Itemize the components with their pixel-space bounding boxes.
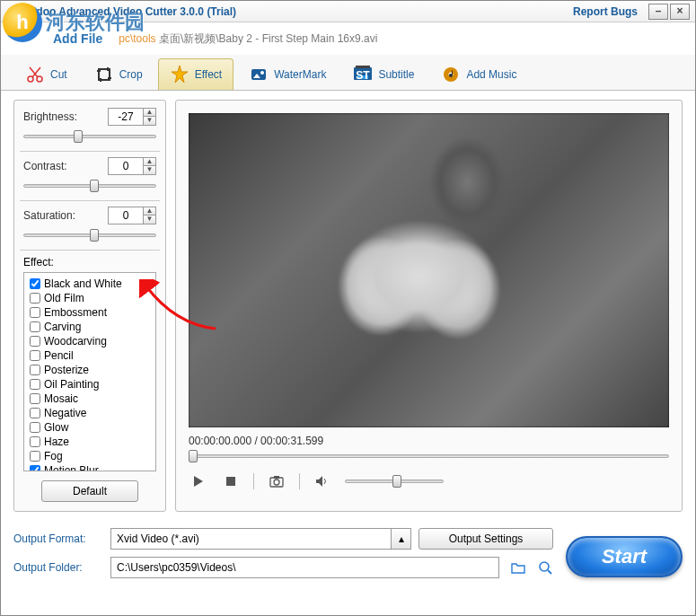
effect-item[interactable]: Embossment <box>30 305 150 320</box>
effect-item[interactable]: Old Film <box>30 291 150 305</box>
svg-rect-16 <box>274 476 279 479</box>
effect-checkbox[interactable] <box>30 379 40 390</box>
effect-item[interactable]: Haze <box>30 435 150 449</box>
effect-item[interactable]: Negative <box>30 406 150 420</box>
effect-item[interactable]: Woodcarving <box>30 334 150 348</box>
effect-item-label: Pencil <box>44 349 74 362</box>
effect-item[interactable]: Black and White <box>30 277 150 291</box>
report-bugs-link[interactable]: Report Bugs <box>573 5 638 18</box>
seek-slider[interactable] <box>189 449 669 463</box>
effect-item[interactable]: Posterize <box>30 363 150 377</box>
effect-item[interactable]: Glow <box>30 420 150 435</box>
effect-checkbox[interactable] <box>30 350 40 361</box>
file-path: pc\tools 桌面\新视频\Baby 2 - First Step Main… <box>119 31 377 47</box>
effect-checkbox[interactable] <box>30 408 40 418</box>
effect-list: Black and WhiteOld FilmEmbossmentCarving… <box>23 272 156 471</box>
output-folder-input[interactable]: C:\Users\pc0359\Videos\ <box>110 557 499 578</box>
tab-add-music[interactable]: Add Music <box>429 58 528 90</box>
effect-item-label: Woodcarving <box>44 335 107 348</box>
svg-marker-12 <box>194 476 203 487</box>
effect-list-label: Effect: <box>23 256 156 268</box>
contrast-slider[interactable] <box>23 179 156 193</box>
effect-checkbox[interactable] <box>30 393 40 404</box>
output-format-select[interactable]: Xvid Video (*.avi) ▴ <box>110 528 411 550</box>
subtitle-icon: ST <box>353 65 373 84</box>
tab-watermark[interactable]: WaterMark <box>237 58 338 90</box>
effect-item-label: Old Film <box>44 292 84 304</box>
crop-icon <box>94 65 114 84</box>
effect-checkbox[interactable] <box>30 336 40 347</box>
effect-panel: Brightness: ▲▼ Contrast: ▲▼ Satura <box>13 100 166 512</box>
spin-down-icon[interactable]: ▼ <box>143 216 155 224</box>
watermark-icon <box>249 65 269 84</box>
saturation-label: Saturation: <box>23 209 75 222</box>
tab-cut[interactable]: Cut <box>13 58 79 90</box>
svg-rect-9 <box>356 66 370 68</box>
svg-marker-3 <box>172 66 188 83</box>
effect-checkbox[interactable] <box>30 278 40 289</box>
output-settings-button[interactable]: Output Settings <box>418 528 553 550</box>
effect-item-label: Fog <box>44 450 63 462</box>
effect-checkbox[interactable] <box>30 422 40 433</box>
brightness-slider[interactable] <box>23 129 156 144</box>
contrast-input[interactable]: ▲▼ <box>108 157 156 175</box>
saturation-slider[interactable] <box>23 228 156 242</box>
svg-text:ST: ST <box>357 69 371 82</box>
timecode: 00:00:00.000 / 00:00:31.599 <box>189 435 669 447</box>
effect-item[interactable]: Pencil <box>30 348 150 363</box>
output-format-label: Output Format: <box>13 532 103 545</box>
spin-down-icon[interactable]: ▼ <box>143 117 155 125</box>
logo-icon: h <box>3 3 42 42</box>
browse-icon[interactable] <box>537 559 553 576</box>
effect-item[interactable]: Motion Blur <box>30 463 150 471</box>
saturation-input[interactable]: ▲▼ <box>108 207 156 224</box>
svg-point-15 <box>274 480 279 485</box>
effect-item-label: Carving <box>44 321 81 333</box>
start-button[interactable]: Start <box>566 536 683 577</box>
effect-item-label: Negative <box>44 407 86 419</box>
volume-slider[interactable] <box>345 474 444 488</box>
tab-subtitle[interactable]: ST Subtitle <box>341 58 426 90</box>
effect-checkbox[interactable] <box>30 451 40 462</box>
brightness-input[interactable]: ▲▼ <box>108 108 156 126</box>
dropdown-icon[interactable]: ▴ <box>391 529 410 549</box>
effect-item-label: Haze <box>44 436 69 448</box>
effect-checkbox[interactable] <box>30 365 40 375</box>
contrast-label: Contrast: <box>23 160 67 172</box>
effect-checkbox[interactable] <box>30 307 40 318</box>
effect-checkbox[interactable] <box>30 321 40 332</box>
svg-rect-4 <box>251 69 266 80</box>
tab-effect[interactable]: Effect <box>158 58 233 90</box>
effect-item[interactable]: Carving <box>30 320 150 334</box>
open-folder-icon[interactable] <box>510 559 526 576</box>
effect-star-icon <box>170 65 189 84</box>
close-button[interactable]: × <box>670 4 690 20</box>
effect-item[interactable]: Oil Painting <box>30 377 150 392</box>
brightness-label: Brightness: <box>23 110 77 123</box>
effect-checkbox[interactable] <box>30 436 40 447</box>
svg-point-19 <box>540 562 549 571</box>
effect-item[interactable]: Fog <box>30 449 150 463</box>
output-folder-label: Output Folder: <box>13 561 103 574</box>
effect-checkbox[interactable] <box>30 293 40 304</box>
scissors-icon <box>25 65 45 84</box>
effect-checkbox[interactable] <box>30 465 40 471</box>
volume-icon[interactable] <box>313 472 332 490</box>
site-name: 河东软件园 <box>46 9 145 36</box>
minimize-button[interactable]: – <box>648 4 668 20</box>
play-button[interactable] <box>189 472 208 490</box>
tab-crop[interactable]: Crop <box>83 58 154 90</box>
effect-item-label: Oil Painting <box>44 378 99 391</box>
snapshot-button[interactable] <box>267 472 286 490</box>
spin-down-icon[interactable]: ▼ <box>143 166 155 174</box>
stop-button[interactable] <box>221 472 241 490</box>
default-button[interactable]: Default <box>41 480 138 502</box>
effect-item-label: Embossment <box>44 306 107 319</box>
effect-item-label: Black and White <box>44 277 122 290</box>
effect-item-label: Glow <box>44 421 68 434</box>
svg-rect-13 <box>226 477 235 486</box>
site-watermark: h 河东软件园 <box>3 3 145 42</box>
tool-tabs: Cut Crop Effect WaterMark ST Subtitle Ad… <box>1 55 695 91</box>
effect-item[interactable]: Mosaic <box>30 392 150 406</box>
svg-marker-17 <box>316 476 322 487</box>
